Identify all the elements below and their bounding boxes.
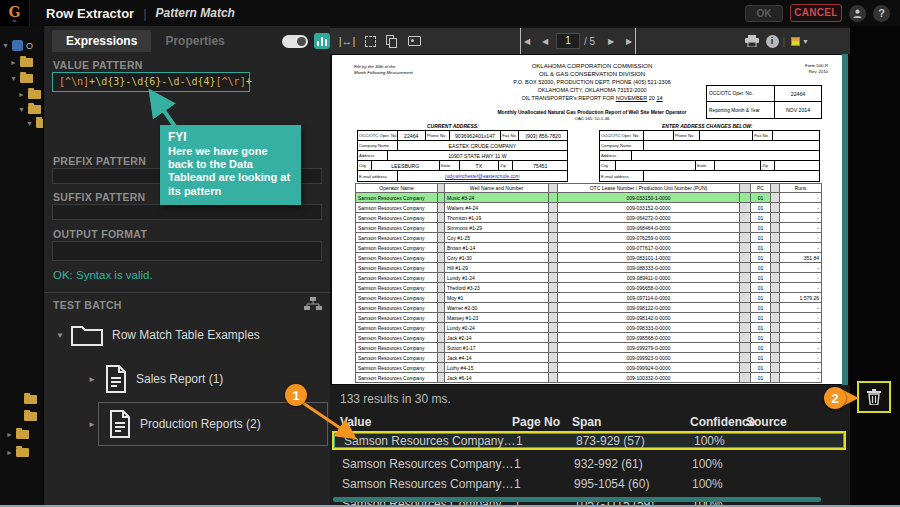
form-field-value	[644, 131, 674, 140]
trash-icon[interactable]	[867, 389, 881, 405]
tree-item-production-reports[interactable]: ► Production Reports (2)	[86, 405, 261, 443]
form-field-label: Company Name	[358, 141, 398, 150]
form-field-value: (903) 856-7820	[519, 131, 567, 140]
print-icon[interactable]	[744, 28, 760, 54]
highlight-options-icon[interactable]: ▼	[790, 28, 810, 54]
form-number-block: Form 500-R Rev. 2010	[768, 63, 828, 74]
window-title: Row Extractor	[46, 6, 134, 21]
logo-chevron-icon: ⌄	[11, 17, 19, 21]
hierarchy-icon[interactable]	[304, 297, 322, 311]
form-table-row: Samson Resources CompanyJack #2-14009-09…	[356, 333, 822, 343]
results-column-header[interactable]: Confidence	[690, 415, 746, 429]
results-panel: 133 results in 30 ms. ValuePage NoSpanCo…	[330, 385, 850, 507]
form-table-row: Samson Resources CompanyThornton #1-1900…	[356, 213, 822, 223]
cell-page: 1	[514, 457, 574, 471]
copy-pages-icon[interactable]	[384, 28, 400, 54]
background-node-tree: ▼O►▼►▼▼►►	[0, 26, 44, 507]
document-page[interactable]: File by the 30th of the Month Following …	[332, 55, 842, 384]
current-address-label: CURRENT ADDRESS:	[427, 123, 479, 129]
page-number-input[interactable]: 1	[556, 28, 580, 54]
folder-icon	[28, 105, 41, 114]
first-page-button[interactable]: ◀	[520, 28, 532, 54]
app-logo: G ⌄	[0, 0, 30, 26]
user-icon[interactable]	[849, 5, 866, 22]
expressions-panel: Expressions Properties VALUE PATTERN [^\…	[44, 26, 330, 507]
form-field-value	[632, 151, 819, 160]
output-format-label: OUTPUT FORMAT	[53, 228, 147, 240]
caret-right-icon[interactable]: ►	[86, 420, 98, 429]
tree-item-label: Row Match Table Examples	[112, 328, 260, 342]
title-separator: |	[143, 6, 146, 21]
ok-button[interactable]: OK	[745, 5, 783, 22]
cell-span: 932-992 (61)	[574, 457, 692, 471]
result-row[interactable]: Samson Resources Company Music #3-24 ...…	[332, 431, 846, 450]
vertical-scrollbar[interactable]	[842, 54, 848, 385]
folder-icon	[36, 119, 44, 128]
results-column-header[interactable]: Source	[746, 415, 850, 429]
form-oac: OAC 165: 10-1-46	[427, 116, 757, 121]
annotation-badge-2: 2	[824, 387, 846, 409]
caret-down-icon[interactable]: ▼	[54, 331, 66, 340]
results-column-header[interactable]: Page No	[512, 415, 572, 429]
output-format-input[interactable]	[52, 241, 322, 261]
annotation-badge-1: 1	[285, 384, 307, 406]
tree-item-label: Sales Report (1)	[136, 372, 223, 386]
caret-right-icon[interactable]: ►	[86, 375, 98, 384]
form-field-label: Zip	[761, 161, 775, 170]
tree-item-folder[interactable]: ▼ Row Match Table Examples	[54, 318, 260, 352]
cell-page: 1	[514, 477, 574, 491]
results-column-header[interactable]: Span	[572, 415, 690, 429]
right-edge-strip	[850, 26, 900, 507]
cell-span: 995-1054 (60)	[574, 477, 692, 491]
horizontal-scrollbar[interactable]	[333, 497, 821, 502]
fit-width-icon[interactable]: |↔|	[338, 28, 356, 54]
panel-toggle[interactable]	[282, 35, 308, 48]
result-row[interactable]: Samson Resources Company Walters #4-2...…	[332, 454, 846, 473]
fyi-title: FYI	[168, 130, 293, 144]
form-field-value: 75451	[513, 161, 567, 170]
cell-page: 1	[516, 434, 576, 448]
cancel-button[interactable]: CANCEL	[790, 4, 842, 22]
test-results-icon[interactable]	[314, 33, 330, 49]
region-select-icon[interactable]	[362, 28, 378, 54]
folder-icon	[28, 90, 41, 99]
background-tree-item: ►	[10, 58, 33, 67]
suffix-pattern-label: SUFFIX PATTERN	[53, 191, 145, 203]
image-view-icon[interactable]	[406, 28, 422, 54]
form-field-label: Fax No.	[753, 131, 773, 140]
tree-item-sales-report[interactable]: ► Sales Report (1)	[86, 360, 223, 398]
title-bar: G ⌄ Row Extractor | Pattern Match OK CAN…	[0, 0, 900, 26]
test-batch-label: TEST BATCH	[53, 299, 122, 311]
form-table-row: Samson Resources CompanyLuthy #4-15009-0…	[356, 363, 822, 373]
help-icon[interactable]: ?	[873, 5, 890, 22]
tab-properties[interactable]: Properties	[151, 30, 238, 52]
form-table-row: Samson Resources CompanyBrown #1-14009-0…	[356, 243, 822, 253]
suffix-pattern-input[interactable]	[52, 204, 322, 220]
window-subtitle: Pattern Match	[156, 6, 235, 20]
form-field-label: State	[696, 161, 716, 170]
fyi-body: Here we have gone back to the Data Table…	[168, 145, 293, 198]
last-page-button[interactable]: ▶	[624, 28, 636, 54]
results-column-header[interactable]: Value	[340, 415, 512, 429]
next-page-button[interactable]: ▶	[606, 28, 616, 54]
form-field-label: Phone No.	[426, 131, 450, 140]
form-field-value	[775, 161, 819, 170]
form-field-label: E-mail address	[600, 171, 644, 181]
tab-expressions[interactable]: Expressions	[52, 30, 151, 52]
result-row[interactable]: Samson Resources Company Thornton #1-...…	[332, 474, 846, 493]
form-table-row: Samson Resources CompanyThetford #3-2300…	[356, 283, 822, 293]
form-table-row: Samson Resources CompanyMusic #3-24009-0…	[356, 193, 822, 203]
folder-icon	[24, 395, 37, 404]
value-pattern-input[interactable]: [^\n]+\d{3}-\d{6}-\d-\d{4}[^\r]+	[52, 72, 250, 92]
info-icon[interactable]: i	[764, 28, 780, 54]
background-tree-item: ►	[18, 90, 41, 99]
form-table-row: Samson Resources CompanyLundy #1-24009-0…	[356, 273, 822, 283]
syntax-status: OK: Syntax is valid.	[53, 269, 153, 281]
cell-value: Samson Resources Company Walters #4-2...	[342, 457, 514, 471]
form-field-value	[616, 161, 696, 170]
results-status: 133 results in 30 ms.	[340, 392, 451, 406]
prev-page-button[interactable]: ◀	[540, 28, 550, 54]
cell-confidence: 100%	[692, 457, 748, 471]
row-extractor-window: G ⌄ Row Extractor | Pattern Match OK CAN…	[0, 0, 900, 507]
form-field-label: State	[440, 161, 460, 170]
